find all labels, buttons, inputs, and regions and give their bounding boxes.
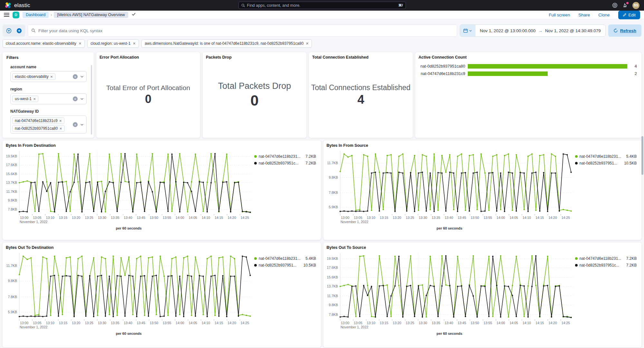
page-scrollbar[interactable] [641, 136, 643, 175]
chart-legend: nat-04747d6e118b231...7.2KBnat-0d8252b93… [575, 250, 637, 335]
legend-item[interactable]: nat-04747d6e118b231...7.2KB [575, 256, 637, 261]
filter-combobox[interactable]: elastic-observability✕✕ [10, 71, 87, 82]
svg-text:13:25: 13:25 [406, 216, 414, 220]
filters-panel-scrollbar[interactable] [91, 65, 92, 135]
filter-pills-row: cloud.account.name: elastic-observabilit… [3, 39, 641, 48]
legend-item[interactable]: nat-04747d6e118b231...7.2KB [254, 154, 316, 159]
svg-text:13:05: 13:05 [33, 321, 41, 325]
breadcrumb-current-page[interactable]: [Metrics AWS] NATGateway Overview [54, 12, 128, 18]
refresh-button[interactable]: Refresh [608, 24, 641, 37]
selected-option-pill[interactable]: elastic-observability✕ [12, 73, 55, 80]
chart-plot-area[interactable]: 19.5KB17.6KB15.6KB13.7KB11.7KB9.8KB7.8KB… [324, 250, 575, 331]
full-screen-link[interactable]: Full screen [549, 13, 570, 17]
legend-series-value: 5.4KB [305, 256, 316, 261]
clear-selection-icon[interactable]: ✕ [73, 122, 78, 127]
filters-panel-title: Filters [6, 55, 90, 60]
refresh-icon [613, 28, 618, 33]
share-link[interactable]: Share [578, 13, 590, 17]
filter-pill[interactable]: aws.dimensions.NatGatewayId: is one of n… [141, 39, 312, 48]
legend-series-name: nat-0d8252b937951... [580, 161, 617, 165]
clear-selection-icon[interactable]: ✕ [73, 74, 78, 79]
svg-text:13:35: 13:35 [431, 216, 440, 220]
user-avatar[interactable]: BS [632, 2, 639, 9]
selected-option-pill[interactable]: nat-04747d6e118b231c9✕ [12, 118, 64, 124]
svg-text:13:45: 13:45 [457, 216, 466, 220]
svg-text:13:10: 13:10 [367, 321, 375, 325]
chevron-down-icon[interactable] [80, 123, 84, 127]
breadcrumb-dashboard[interactable]: Dashboard [23, 12, 49, 18]
saved-query-icon[interactable] [4, 26, 14, 35]
bar[interactable] [468, 64, 627, 69]
filter-combobox[interactable]: us-west-1✕✕ [10, 93, 87, 104]
x-axis-date-label: November 1, 2022 [20, 325, 48, 329]
date-range-end[interactable]: Nov 1, 2022 @ 14:30:49.079 [545, 28, 601, 33]
notifications-icon[interactable] [622, 3, 628, 8]
bar[interactable] [468, 71, 548, 76]
legend-item[interactable]: nat-0d8252b937951...10.5KB [575, 161, 637, 165]
clone-link[interactable]: Clone [598, 13, 610, 17]
filter-pill[interactable]: cloud.account.name: elastic-observabilit… [3, 39, 85, 48]
clear-selection-icon[interactable]: ✕ [73, 97, 78, 101]
panel-title: Active Connection Count [415, 52, 641, 60]
menu-icon[interactable] [4, 13, 9, 17]
remove-filter-icon[interactable]: ✕ [306, 42, 309, 46]
saved-check-icon[interactable] [131, 12, 136, 18]
svg-text:5.9KB: 5.9KB [8, 310, 17, 314]
svg-text:13:20: 13:20 [72, 216, 80, 220]
remove-option-icon[interactable]: ✕ [33, 97, 36, 101]
svg-text:19.5KB: 19.5KB [327, 257, 338, 260]
date-range-start[interactable]: Nov 1, 2022 @ 13:00:00.000 [480, 28, 536, 33]
svg-text:13:15: 13:15 [380, 216, 388, 220]
help-icon[interactable] [612, 3, 618, 8]
legend-item[interactable]: nat-04747d6e118b231...5.4KB [575, 154, 637, 159]
x-axis-date-label: November 1, 2022 [341, 325, 369, 329]
svg-text:14:20: 14:20 [227, 321, 236, 325]
edit-button[interactable]: Edit [618, 11, 640, 19]
global-search[interactable]: ⌘/ [238, 2, 406, 9]
remove-filter-icon[interactable]: ✕ [133, 42, 136, 46]
svg-text:13:00: 13:00 [20, 321, 28, 325]
selected-option-pill[interactable]: nat-0d8252b937951ca80✕ [12, 125, 65, 132]
svg-text:13:35: 13:35 [431, 321, 440, 325]
panel-title: Bytes Out To Source [323, 242, 642, 250]
legend-series-name: nat-04747d6e118b231... [580, 154, 621, 159]
legend-series-name: nat-0d8252b937951c... [259, 161, 298, 165]
pencil-icon [623, 13, 627, 17]
svg-text:13:10: 13:10 [367, 216, 375, 220]
add-filter-icon[interactable] [14, 26, 24, 35]
remove-option-icon[interactable]: ✕ [59, 127, 62, 130]
legend-dot-icon [575, 264, 578, 267]
chart-plot-area[interactable]: 11.7KB9.8KB7.8KB5.9KB13:0013:0513:1013:1… [3, 250, 254, 331]
svg-text:13:15: 13:15 [380, 321, 388, 325]
bar-track[interactable] [468, 64, 627, 69]
svg-text:13:05: 13:05 [354, 321, 362, 325]
svg-text:14:15: 14:15 [215, 321, 223, 325]
space-avatar[interactable]: D [13, 12, 19, 18]
calendar-icon[interactable] [460, 25, 476, 36]
remove-filter-icon[interactable]: ✕ [79, 42, 82, 46]
svg-text:13:25: 13:25 [406, 321, 414, 325]
chart-plot-area[interactable]: 11.7KB9.8KB7.8KB5.9KB13:0013:0513:1013:1… [324, 148, 575, 226]
elastic-brand[interactable]: elastic [5, 2, 30, 9]
remove-option-icon[interactable]: ✕ [50, 75, 53, 79]
chart-plot-area[interactable]: 19.5KB17.6KB15.6KB13.7KB11.7KB9.8KB7.8KB… [3, 148, 254, 226]
chevron-down-icon[interactable] [80, 75, 84, 79]
breadcrumb-bar: D Dashboard › [Metrics AWS] NATGateway O… [0, 11, 644, 19]
legend-dot-icon [575, 155, 578, 158]
selected-option-pill[interactable]: us-west-1✕ [12, 96, 38, 102]
bar-track[interactable] [468, 71, 627, 76]
chevron-down-icon[interactable] [80, 97, 84, 101]
remove-option-icon[interactable]: ✕ [59, 119, 62, 123]
legend-item[interactable]: nat-0d8252b937951c...7.2KB [575, 263, 637, 268]
kql-filter-input[interactable] [38, 28, 454, 33]
legend-item[interactable]: nat-04747d6e118b231...5.4KB [254, 256, 316, 261]
metric-label: Total Error of Port Allocation [106, 84, 190, 92]
legend-item[interactable]: nat-0d8252b937951c...7.2KB [254, 161, 316, 165]
chart-panel-bytes-in-from-source: Bytes In From Source11.7KB9.8KB7.8KB5.9K… [323, 140, 642, 240]
global-search-input[interactable] [247, 3, 397, 8]
filter-combobox[interactable]: nat-04747d6e118b231c9✕nat-0d8252b937951c… [10, 116, 87, 134]
filter-pill[interactable]: cloud.region: us-west-1✕ [87, 39, 139, 48]
svg-text:13:05: 13:05 [33, 216, 41, 220]
legend-item[interactable]: nat-0d8252b937951...10.5KB [254, 263, 316, 268]
chart-legend: nat-04747d6e118b231...7.2KBnat-0d8252b93… [254, 148, 316, 230]
